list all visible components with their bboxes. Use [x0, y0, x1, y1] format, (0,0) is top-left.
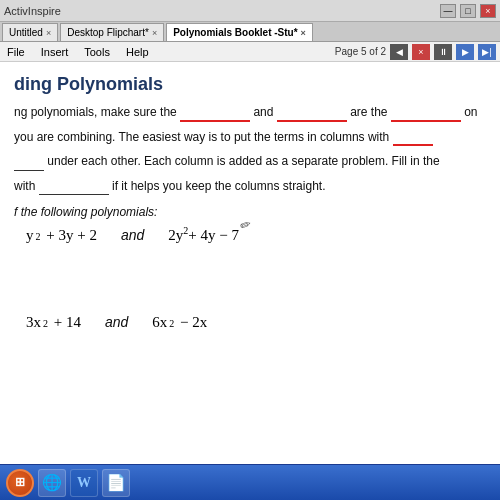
nav-prev-button[interactable]: ◀ [390, 44, 408, 60]
blank-1 [180, 108, 250, 122]
para1-text1: ng polynomials, make sure the [14, 105, 180, 119]
app-title-label: ActivInspire [4, 5, 61, 17]
title-bar: ActivInspire — □ × [0, 0, 500, 22]
paragraph-1: ng polynomials, make sure the and are th… [14, 103, 486, 122]
blank-2 [277, 108, 347, 122]
work-area-1 [14, 264, 486, 314]
close-button[interactable]: × [480, 4, 496, 18]
paragraph-3: under each other. Each column is added a… [14, 152, 486, 171]
math-label: f the following polynomials: [14, 205, 486, 219]
window-controls: — □ × [440, 4, 496, 18]
tab-close-icon[interactable]: × [301, 28, 306, 38]
nav-next-button[interactable]: ▶ [456, 44, 474, 60]
math-and-1: and [121, 227, 144, 243]
para1-and: and [253, 105, 276, 119]
nav-pause-button[interactable]: ⏸ [434, 44, 452, 60]
tab-label: Untitled [9, 27, 43, 38]
para2-text1: you are combining. The easiest way is to… [14, 130, 393, 144]
tab-close-icon[interactable]: × [152, 28, 157, 38]
tab-polynomials[interactable]: Polynomials Booklet -Stu* × [166, 23, 313, 41]
other-icon: 📄 [106, 473, 126, 492]
blank-5 [14, 157, 44, 171]
menu-tools[interactable]: Tools [81, 45, 113, 59]
tab-untitled[interactable]: Untitled × [2, 23, 58, 41]
title-text: ding Polynomials [14, 74, 163, 94]
main-content: ding Polynomials ng polynomials, make su… [0, 62, 500, 359]
math-problem-1: y2 + 3y + 2 and 2y2+ 4y − 7 ✏ [14, 227, 486, 244]
tab-label: Polynomials Booklet -Stu* [173, 27, 297, 38]
math-expr-1a: y2 + 3y + 2 [26, 227, 97, 244]
taskbar-other-button[interactable]: 📄 [102, 469, 130, 497]
math-expr-2b: 6x2 − 2x [152, 314, 207, 331]
start-button[interactable]: ⊞ [6, 469, 34, 497]
para4-text2: if it helps you keep the columns straigh… [112, 179, 325, 193]
paragraph-4: with if it helps you keep the columns st… [14, 177, 486, 196]
math-expr-2a: 3x2 + 14 [26, 314, 81, 331]
maximize-button[interactable]: □ [460, 4, 476, 18]
menu-bar: File Insert Tools Help Page 5 of 2 ◀ × ⏸… [0, 42, 500, 62]
menu-file[interactable]: File [4, 45, 28, 59]
blank-4 [393, 132, 433, 146]
math-problem-2: 3x2 + 14 and 6x2 − 2x [14, 314, 486, 331]
menu-insert[interactable]: Insert [38, 45, 72, 59]
paragraph-2: you are combining. The easiest way is to… [14, 128, 486, 147]
browser-icon: 🌐 [42, 473, 62, 492]
math-section: f the following polynomials: y2 + 3y + 2… [14, 205, 486, 331]
para3-text1: under each other. Each column is added a… [47, 154, 439, 168]
math-label-text: f the following polynomials: [14, 205, 157, 219]
taskbar: ⊞ 🌐 W 📄 [0, 464, 500, 500]
word-icon: W [77, 475, 91, 491]
nav-last-button[interactable]: ▶| [478, 44, 496, 60]
para1-text2: are the [350, 105, 391, 119]
menu-help[interactable]: Help [123, 45, 152, 59]
math-expr-1b: 2y2+ 4y − 7 ✏ [168, 227, 239, 244]
start-icon: ⊞ [15, 475, 25, 490]
tab-close-icon[interactable]: × [46, 28, 51, 38]
page-title: ding Polynomials [14, 74, 486, 95]
page-indicator: Page 5 of 2 [335, 46, 386, 57]
tab-desktop-flipchart[interactable]: Desktop Flipchart* × [60, 23, 164, 41]
blank-3 [391, 108, 461, 122]
taskbar-word-button[interactable]: W [70, 469, 98, 497]
taskbar-browser-button[interactable]: 🌐 [38, 469, 66, 497]
para4-with: with [14, 179, 39, 193]
nav-stop-button[interactable]: × [412, 44, 430, 60]
para1-text3: on [464, 105, 477, 119]
minimize-button[interactable]: — [440, 4, 456, 18]
blank-6 [39, 181, 109, 195]
tab-label: Desktop Flipchart* [67, 27, 149, 38]
tab-bar: Untitled × Desktop Flipchart* × Polynomi… [0, 22, 500, 42]
math-and-2: and [105, 314, 128, 330]
